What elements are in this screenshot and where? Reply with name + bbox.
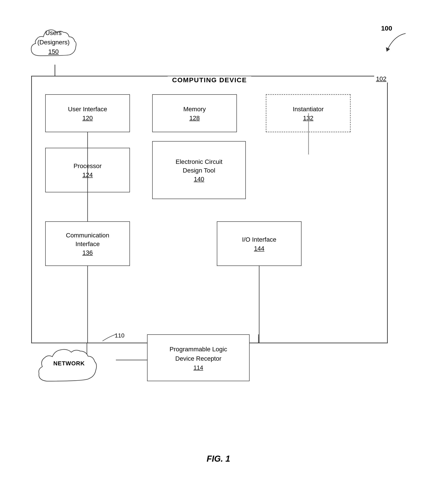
memory-ref: 128 (189, 115, 200, 122)
ecdt-ref: 140 (194, 176, 204, 183)
ecdt-label-line1: Electronic Circuit (176, 157, 222, 166)
ref-102-label: 102 (374, 75, 388, 82)
ecdt-box: Electronic Circuit Design Tool 140 (152, 141, 246, 199)
comm-ref: 136 (82, 249, 93, 256)
users-cloud: Users (Designers) 150 (27, 20, 80, 65)
pld-ref: 114 (193, 364, 203, 371)
comm-interface-box: Communication Interface 136 (45, 221, 130, 266)
svg-marker-0 (386, 47, 390, 52)
user-interface-box: User Interface 120 (45, 94, 130, 132)
ui-ref: 120 (82, 115, 93, 122)
computing-device-box: COMPUTING DEVICE 102 User Interface 120 … (31, 76, 388, 343)
users-line2: (Designers) (38, 38, 70, 47)
network-text: NETWORK (53, 360, 85, 367)
ecdt-label-line2: Design Tool (183, 166, 215, 175)
ref-110-label: 110 (115, 332, 124, 339)
figure-label: FIG. 1 (207, 454, 230, 464)
users-line1: Users (38, 28, 70, 38)
users-text: Users (Designers) 150 (38, 28, 70, 56)
ui-label: User Interface (68, 105, 107, 113)
ref-100-label: 100 (381, 25, 392, 32)
io-ref: 144 (254, 245, 265, 252)
line-users-to-device (55, 65, 55, 76)
memory-box: Memory 128 (152, 94, 237, 132)
io-interface-box: I/O Interface 144 (217, 221, 301, 266)
pld-label-line1: Programmable Logic (169, 345, 227, 354)
processor-ref: 124 (82, 171, 93, 179)
pld-receptor-box: Programmable Logic Device Receptor 114 (147, 334, 249, 381)
arrow-100-icon (374, 31, 410, 58)
instantiator-label: Instantiator (293, 105, 324, 113)
processor-box: Processor 124 (45, 148, 130, 192)
line-inst-to-ecdt (308, 113, 309, 154)
comm-label-line2: Interface (76, 240, 100, 248)
pld-label-line2: Device Receptor (175, 354, 221, 363)
processor-label: Processor (74, 161, 102, 170)
memory-label: Memory (183, 105, 206, 113)
network-cloud: NETWORK (36, 337, 102, 390)
computing-device-label: COMPUTING DEVICE (168, 76, 251, 84)
diagram: 100 Users (Designers) 150 COMPUTING DEVI… (13, 13, 423, 482)
users-ref: 150 (38, 47, 70, 56)
io-label: I/O Interface (242, 235, 276, 244)
comm-label-line1: Communication (66, 231, 109, 240)
